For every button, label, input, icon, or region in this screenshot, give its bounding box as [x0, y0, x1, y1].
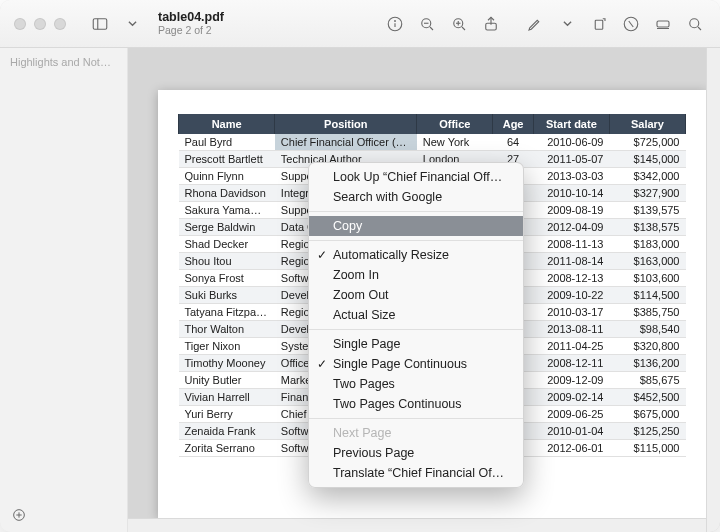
context-menu-item-search-google[interactable]: Search with Google	[309, 187, 523, 207]
context-menu-item-single-page-continuous[interactable]: ✓Single Page Continuous	[309, 354, 523, 374]
table-cell[interactable]: $385,750	[609, 304, 685, 321]
context-menu-item-two-pages[interactable]: Two Pages	[309, 374, 523, 394]
table-cell[interactable]: Timothy Mooney	[179, 355, 275, 372]
zoom-out-icon	[418, 15, 436, 33]
table-cell[interactable]: $320,800	[609, 338, 685, 355]
table-cell[interactable]: Shou Itou	[179, 253, 275, 270]
table-cell[interactable]: $115,000	[609, 440, 685, 457]
table-cell[interactable]: 2008-12-11	[533, 355, 609, 372]
table-cell[interactable]: Zenaida Frank	[179, 423, 275, 440]
table-cell[interactable]: Quinn Flynn	[179, 168, 275, 185]
table-cell[interactable]: $136,200	[609, 355, 685, 372]
table-cell[interactable]: 2009-12-09	[533, 372, 609, 389]
vertical-scroll-gutter[interactable]	[706, 48, 720, 532]
table-cell[interactable]: 2009-08-19	[533, 202, 609, 219]
table-cell[interactable]: $85,675	[609, 372, 685, 389]
zoom-window-button[interactable]	[54, 18, 66, 30]
table-cell[interactable]: $139,575	[609, 202, 685, 219]
table-cell[interactable]: 2010-03-17	[533, 304, 609, 321]
context-menu-item-zoom-out[interactable]: Zoom Out	[309, 285, 523, 305]
markup-button[interactable]	[520, 10, 550, 38]
table-cell[interactable]: $327,900	[609, 185, 685, 202]
table-cell[interactable]: 2010-01-04	[533, 423, 609, 440]
context-menu-item-two-pages-continuous[interactable]: Two Pages Continuous	[309, 394, 523, 414]
table-cell[interactable]: 2008-11-13	[533, 236, 609, 253]
table-cell[interactable]: 64	[493, 134, 534, 151]
table-cell[interactable]: 2012-06-01	[533, 440, 609, 457]
minimize-window-button[interactable]	[34, 18, 46, 30]
table-cell[interactable]: Chief Financial Officer (CFO)	[275, 134, 417, 151]
sidebar-menu-chevron[interactable]	[118, 10, 146, 38]
table-cell[interactable]: $452,500	[609, 389, 685, 406]
table-cell[interactable]: Thor Walton	[179, 321, 275, 338]
table-cell[interactable]: Prescott Bartlett	[179, 151, 275, 168]
table-cell[interactable]: 2013-08-11	[533, 321, 609, 338]
zoom-out-button[interactable]	[412, 10, 442, 38]
table-cell[interactable]: 2011-08-14	[533, 253, 609, 270]
table-cell[interactable]: 2012-04-09	[533, 219, 609, 236]
context-menu-item-actual-size[interactable]: Actual Size	[309, 305, 523, 325]
close-window-button[interactable]	[14, 18, 26, 30]
table-cell[interactable]: Yuri Berry	[179, 406, 275, 423]
table-header-cell: Position	[275, 114, 417, 134]
table-cell[interactable]: Paul Byrd	[179, 134, 275, 151]
context-menu-item-copy[interactable]: Copy	[309, 216, 523, 236]
table-cell[interactable]: 2009-02-14	[533, 389, 609, 406]
context-menu-item-translate[interactable]: Translate “Chief Financial Officer (CFO)…	[309, 463, 523, 483]
table-cell[interactable]: $138,575	[609, 219, 685, 236]
form-button[interactable]	[648, 10, 678, 38]
table-cell[interactable]: Vivian Harrell	[179, 389, 275, 406]
table-cell[interactable]: $342,000	[609, 168, 685, 185]
table-cell[interactable]: Unity Butler	[179, 372, 275, 389]
table-cell[interactable]: $163,000	[609, 253, 685, 270]
search-button[interactable]	[680, 10, 710, 38]
table-cell[interactable]: Serge Baldwin	[179, 219, 275, 236]
table-cell[interactable]: Zorita Serrano	[179, 440, 275, 457]
add-note-button[interactable]	[8, 504, 30, 526]
table-cell[interactable]: 2013-03-03	[533, 168, 609, 185]
table-cell[interactable]: Sakura Yamamoto	[179, 202, 275, 219]
table-cell[interactable]: 2011-05-07	[533, 151, 609, 168]
table-cell[interactable]: $675,000	[609, 406, 685, 423]
table-cell[interactable]: $103,600	[609, 270, 685, 287]
table-header-cell: Start date	[533, 114, 609, 134]
table-cell[interactable]: New York	[417, 134, 493, 151]
context-menu-item-auto-resize[interactable]: ✓Automatically Resize	[309, 245, 523, 265]
context-menu-item-lookup[interactable]: Look Up “Chief Financial Officer (CFO)…”	[309, 167, 523, 187]
context-menu-item-single-page[interactable]: Single Page	[309, 334, 523, 354]
table-cell[interactable]: $114,500	[609, 287, 685, 304]
sidebar-toggle-button[interactable]	[86, 10, 114, 38]
rotate-button[interactable]	[584, 10, 614, 38]
table-cell[interactable]: Sonya Frost	[179, 270, 275, 287]
table-cell[interactable]: $145,000	[609, 151, 685, 168]
markup-menu-chevron[interactable]	[552, 10, 582, 38]
zoom-in-button[interactable]	[444, 10, 474, 38]
table-header-cell: Salary	[609, 114, 685, 134]
table-cell[interactable]: Rhona Davidson	[179, 185, 275, 202]
table-cell[interactable]: $98,540	[609, 321, 685, 338]
table-cell[interactable]: 2011-04-25	[533, 338, 609, 355]
horizontal-scroll-gutter[interactable]	[128, 518, 706, 532]
table-cell[interactable]: 2009-06-25	[533, 406, 609, 423]
share-button[interactable]	[476, 10, 506, 38]
table-cell[interactable]: Suki Burks	[179, 287, 275, 304]
table-cell[interactable]: 2010-10-14	[533, 185, 609, 202]
table-cell[interactable]: 2010-06-09	[533, 134, 609, 151]
context-menu-item-zoom-in[interactable]: Zoom In	[309, 265, 523, 285]
table-cell[interactable]: $183,000	[609, 236, 685, 253]
table-cell[interactable]: 2008-12-13	[533, 270, 609, 287]
table-cell[interactable]: Shad Decker	[179, 236, 275, 253]
table-cell[interactable]: 2009-10-22	[533, 287, 609, 304]
table-cell[interactable]: Tiger Nixon	[179, 338, 275, 355]
context-menu-item-previous-page[interactable]: Previous Page	[309, 443, 523, 463]
table-cell[interactable]: Tatyana Fitzpatrick	[179, 304, 275, 321]
table-cell[interactable]: $125,250	[609, 423, 685, 440]
highlight-button[interactable]	[616, 10, 646, 38]
info-button[interactable]	[380, 10, 410, 38]
table-header-cell: Age	[493, 114, 534, 134]
svg-line-18	[698, 27, 701, 30]
traffic-lights	[0, 18, 86, 30]
context-menu-item-next-page: Next Page	[309, 423, 523, 443]
context-menu-item-label: Automatically Resize	[333, 248, 449, 262]
table-cell[interactable]: $725,000	[609, 134, 685, 151]
